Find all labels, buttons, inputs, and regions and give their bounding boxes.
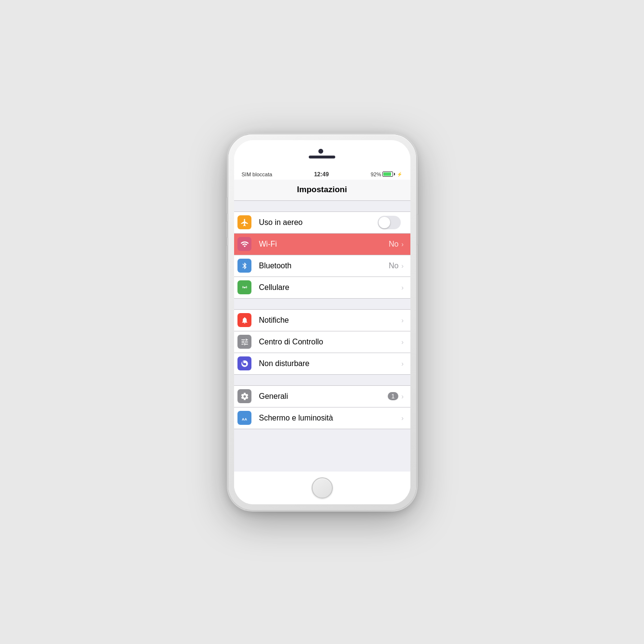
wifi-icon <box>237 237 251 251</box>
notifications-section: Notifiche › Centro di Controllo <box>234 309 410 375</box>
wifi-row[interactable]: Wi-Fi No › <box>234 233 410 255</box>
page-title: Impostazioni <box>297 185 347 195</box>
status-right-group: 92% ⚡ <box>370 171 402 177</box>
wifi-chevron: › <box>401 241 405 247</box>
notifications-icon-wrap <box>234 310 255 331</box>
cellular-chevron: › <box>401 284 405 290</box>
dnd-row[interactable]: Non disturbare › <box>234 353 410 374</box>
battery-percentage: 92% <box>370 171 381 177</box>
wifi-value: No <box>389 240 398 249</box>
section-gap-3 <box>234 375 410 385</box>
notifications-icon <box>237 313 251 327</box>
notifications-label: Notifiche <box>255 316 401 325</box>
home-button[interactable] <box>312 477 333 499</box>
display-label: Schermo e luminosità <box>255 414 401 422</box>
cellular-svg <box>240 283 249 292</box>
phone-screen: SIM bloccata 12:49 92% ⚡ Impostazioni <box>234 140 410 504</box>
toggle-knob <box>379 217 390 228</box>
control-center-row[interactable]: Centro di Controllo › <box>234 331 410 353</box>
dnd-label: Non disturbare <box>255 359 401 368</box>
wifi-label: Wi-Fi <box>255 240 389 249</box>
control-center-chevron: › <box>401 339 405 345</box>
bluetooth-icon-wrap <box>234 255 255 276</box>
phone-frame: SIM bloccata 12:49 92% ⚡ Impostazioni <box>228 134 416 510</box>
battery-body <box>382 171 393 177</box>
control-center-icon-wrap <box>234 331 255 353</box>
svg-text:AA: AA <box>242 417 247 421</box>
dnd-icon <box>237 356 251 370</box>
front-camera <box>318 149 323 154</box>
wifi-icon-wrap <box>234 234 255 255</box>
battery-icon <box>382 171 395 177</box>
general-svg <box>240 392 249 401</box>
time-label: 12:49 <box>314 171 329 178</box>
bluetooth-row[interactable]: Bluetooth No › <box>234 255 410 276</box>
notifications-row[interactable]: Notifiche › <box>234 310 410 331</box>
display-icon-wrap: AA <box>234 407 255 429</box>
dnd-chevron: › <box>401 360 405 367</box>
status-bar: SIM bloccata 12:49 92% ⚡ <box>234 169 410 180</box>
display-svg: AA <box>240 414 249 422</box>
dnd-svg <box>240 359 249 368</box>
battery-fill <box>383 172 391 176</box>
cellular-icon <box>237 280 251 294</box>
bluetooth-icon <box>237 259 251 273</box>
phone-top-bar <box>234 140 410 169</box>
cellular-row[interactable]: Cellulare › <box>234 276 410 298</box>
earpiece-speaker <box>309 156 335 158</box>
bluetooth-value: No <box>389 262 398 270</box>
control-center-label: Centro di Controllo <box>255 338 401 346</box>
battery-tip <box>394 173 395 175</box>
dnd-icon-wrap <box>234 353 255 374</box>
carrier-label: SIM bloccata <box>242 171 273 177</box>
navigation-bar: Impostazioni <box>234 180 410 201</box>
general-icon <box>237 389 251 403</box>
airplane-svg <box>240 218 249 227</box>
cellular-label: Cellulare <box>255 283 401 292</box>
airplane-toggle[interactable] <box>378 216 401 229</box>
section-gap-2 <box>234 299 410 309</box>
general-badge: 1 <box>388 392 398 400</box>
bluetooth-svg <box>241 261 249 271</box>
section-gap-top <box>234 201 410 211</box>
cellular-icon-wrap <box>234 277 255 298</box>
wifi-svg <box>240 240 249 249</box>
connectivity-section: Uso in aereo <box>234 211 410 299</box>
charging-icon: ⚡ <box>397 172 402 177</box>
screen-content: Impostazioni <box>234 180 410 472</box>
display-chevron: › <box>401 415 405 421</box>
home-button-area <box>234 472 410 504</box>
settings-list: Uso in aereo <box>234 201 410 472</box>
general-row[interactable]: Generali 1 › <box>234 386 410 407</box>
general-chevron: › <box>401 393 405 399</box>
airplane-label: Uso in aereo <box>255 218 378 227</box>
notifications-svg <box>241 316 249 325</box>
general-icon-wrap <box>234 386 255 407</box>
airplane-icon <box>237 215 251 229</box>
display-icon: AA <box>237 411 251 425</box>
display-row[interactable]: AA Schermo e luminosità › <box>234 407 410 429</box>
general-label: Generali <box>255 392 388 401</box>
svg-point-0 <box>244 287 245 288</box>
notifications-chevron: › <box>401 317 405 323</box>
airplane-mode-row[interactable]: Uso in aereo <box>234 212 410 233</box>
control-center-icon <box>237 335 251 349</box>
bluetooth-chevron: › <box>401 263 405 269</box>
airplane-icon-wrap <box>234 212 255 233</box>
system-section: Generali 1 › AA <box>234 385 410 429</box>
section-gap-bottom <box>234 429 410 440</box>
control-center-svg <box>240 338 249 346</box>
bluetooth-label: Bluetooth <box>255 262 389 270</box>
